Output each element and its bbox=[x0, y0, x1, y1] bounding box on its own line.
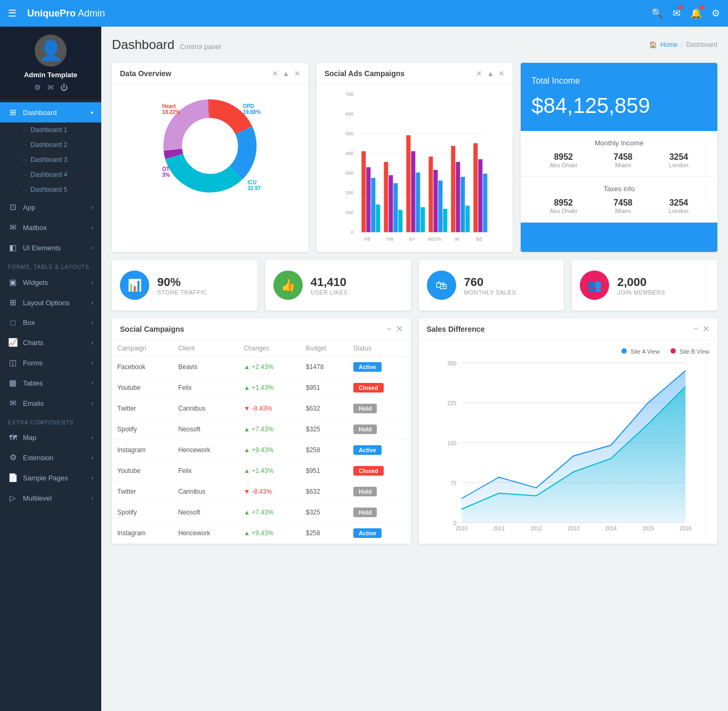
cell-change: ▲ +7.43% bbox=[238, 419, 301, 440]
svg-text:2012: 2012 bbox=[530, 526, 543, 530]
sales-minimize[interactable]: − bbox=[693, 325, 698, 333]
search-icon[interactable]: 🔍 bbox=[651, 7, 663, 19]
stat-box-members: 👥 2,000 Join Members bbox=[572, 260, 717, 310]
cell-client: Hencework bbox=[173, 440, 238, 461]
sidebar-item-extension[interactable]: ⚙ Extension › bbox=[0, 447, 101, 468]
cell-budget: $951 bbox=[301, 461, 348, 481]
social-ads-action-x[interactable]: ✕ bbox=[476, 69, 482, 78]
sidebar-label-forms: Forms bbox=[23, 359, 43, 367]
svg-text:FB: FB bbox=[364, 236, 370, 242]
cell-client: Beavis bbox=[173, 357, 238, 378]
sidebar-label-dashboard: Dashboard bbox=[23, 109, 57, 117]
status-badge: Hold bbox=[353, 508, 377, 517]
sidebar-item-sample[interactable]: 📄 Sample Pages › bbox=[0, 468, 101, 488]
sidebar-item-map[interactable]: 🗺 Map › bbox=[0, 428, 101, 447]
sidebar-item-charts[interactable]: 📈 Charts › bbox=[0, 332, 101, 353]
sidebar-username: Admin Template bbox=[5, 71, 96, 79]
col-budget: Budget bbox=[301, 340, 348, 357]
sidebar-item-dashboard[interactable]: ⊞ Dashboard ▾ bbox=[0, 102, 101, 122]
svg-text:2016: 2016 bbox=[680, 526, 692, 530]
sidebar-item-forms[interactable]: ◫ Forms › bbox=[0, 353, 101, 373]
social-ads-action-up[interactable]: ▲ bbox=[487, 69, 494, 78]
stat-label-likes: User Likes bbox=[311, 289, 348, 296]
cell-budget: $258 bbox=[301, 440, 348, 461]
svg-rect-28 bbox=[406, 135, 410, 232]
svg-text:G+: G+ bbox=[409, 236, 415, 242]
stat-label-traffic: Store Traffic bbox=[157, 289, 207, 296]
campaigns-table: Campaign Client Changes Budget Status Fa… bbox=[112, 340, 411, 544]
svg-text:2010: 2010 bbox=[456, 526, 468, 530]
bell-icon[interactable]: 🔔 bbox=[690, 7, 702, 19]
campaigns-minimize[interactable]: − bbox=[386, 325, 391, 333]
social-campaigns-card: Social Campaigns − ✕ Campaign Client Cha… bbox=[112, 318, 411, 544]
map-arrow: › bbox=[92, 435, 93, 440]
svg-rect-36 bbox=[451, 146, 455, 232]
card-action-x1[interactable]: ✕ bbox=[272, 69, 278, 78]
status-badge: Hold bbox=[353, 424, 377, 434]
sidebar-subitem-dashboard4[interactable]: Dashboard 4 bbox=[0, 167, 101, 182]
cell-status: Active bbox=[348, 357, 411, 378]
hamburger-icon[interactable]: ☰ bbox=[8, 7, 17, 19]
table-row: Instagram Hencework ▲ +9.43% $258 Active bbox=[112, 523, 411, 544]
sidebar-item-mailbox[interactable]: ✉ Mailbox › bbox=[0, 217, 101, 238]
cell-client: Neosoft bbox=[173, 419, 238, 440]
svg-rect-30 bbox=[416, 173, 420, 232]
sales-close[interactable]: ✕ bbox=[702, 325, 709, 333]
stat-info-members: 2,000 Join Members bbox=[617, 275, 665, 296]
social-ads-actions: ✕ ▲ ✕ bbox=[476, 69, 505, 78]
breadcrumb-home[interactable]: Home bbox=[660, 41, 677, 48]
sidebar-subitem-dashboard3[interactable]: Dashboard 3 bbox=[0, 152, 101, 167]
settings-icon[interactable]: ⚙ bbox=[34, 83, 41, 92]
sales-difference-title: Sales Difference bbox=[427, 325, 485, 333]
cell-campaign: Spotify bbox=[112, 502, 173, 523]
tables-arrow: › bbox=[92, 380, 93, 386]
sidebar-subitem-dashboard5[interactable]: Dashboard 5 bbox=[0, 182, 101, 197]
sidebar-item-box[interactable]: □ Box › bbox=[0, 313, 101, 332]
sidebar-subitem-dashboard1[interactable]: Dashboard 1 bbox=[0, 122, 101, 137]
card-action-up1[interactable]: ▲ bbox=[282, 69, 290, 78]
cell-client: Hencework bbox=[173, 523, 238, 544]
mail-icon[interactable]: ✉ bbox=[673, 7, 681, 19]
table-row: Youtube Felix ▲ +1.43% $951 Closed bbox=[112, 461, 411, 481]
mail-profile-icon[interactable]: ✉ bbox=[47, 83, 54, 92]
sidebar-item-emails[interactable]: ✉ Emails › bbox=[0, 393, 101, 413]
social-ads-body: 0 100 200 300 400 500 600 700 bbox=[317, 85, 513, 252]
sidebar-profile: 👤 Admin Template ⚙ ✉ ⏻ bbox=[0, 27, 101, 100]
svg-text:700: 700 bbox=[345, 93, 353, 97]
sidebar-item-widgets[interactable]: ▣ Widgets › bbox=[0, 272, 101, 292]
sidebar-item-ui[interactable]: ◧ UI Elements › bbox=[0, 238, 101, 258]
card-action-close1[interactable]: ✕ bbox=[294, 69, 301, 78]
sidebar-item-multilevel[interactable]: ▷ Multilevel › bbox=[0, 488, 101, 508]
stat-box-sales: 🛍 760 Monthly Sales bbox=[419, 260, 564, 310]
sidebar-label-app: App bbox=[23, 203, 35, 211]
cell-change: ▲ +2.43% bbox=[238, 357, 301, 378]
emails-icon: ✉ bbox=[8, 398, 18, 408]
sidebar-label-widgets: Widgets bbox=[23, 279, 48, 287]
table-row: Twitter Cannibus ▼ -8.43% $632 Hold bbox=[112, 481, 411, 502]
cell-status: Closed bbox=[348, 461, 411, 481]
sidebar-item-layout[interactable]: ⊞ Layout Options › bbox=[0, 292, 101, 313]
sidebar-item-app[interactable]: ⊡ App › bbox=[0, 197, 101, 217]
multilevel-arrow: › bbox=[92, 495, 93, 501]
widgets-icon: ▣ bbox=[8, 277, 18, 287]
sidebar-item-tables[interactable]: ▦ Tables › bbox=[0, 373, 101, 393]
cell-change: ▼ -8.43% bbox=[238, 398, 301, 419]
campaigns-close[interactable]: ✕ bbox=[396, 325, 403, 333]
tax-london: 3254 London bbox=[669, 198, 689, 214]
page-subtitle: Control panel bbox=[180, 43, 221, 51]
sidebar-label-multilevel: Multilevel bbox=[23, 494, 52, 502]
sidebar-subitem-dashboard2[interactable]: Dashboard 2 bbox=[0, 137, 101, 152]
svg-rect-27 bbox=[398, 210, 402, 232]
stat-box-likes: 👍 41,410 User Likes bbox=[265, 260, 411, 310]
sales-difference-actions: − ✕ bbox=[693, 325, 709, 333]
gear-icon[interactable]: ⚙ bbox=[711, 7, 720, 19]
status-badge: Active bbox=[353, 445, 382, 455]
social-ads-action-close[interactable]: ✕ bbox=[498, 69, 505, 78]
page-header: Dashboard Control panel 🏠 Home › Dashboa… bbox=[112, 37, 717, 52]
breadcrumb-sep: › bbox=[681, 41, 683, 48]
layout-arrow: › bbox=[92, 300, 93, 306]
map-icon: 🗺 bbox=[8, 433, 18, 442]
cell-status: Active bbox=[348, 440, 411, 461]
donut-label-heart: Heart18.22% bbox=[162, 103, 180, 115]
power-icon[interactable]: ⏻ bbox=[60, 83, 68, 92]
